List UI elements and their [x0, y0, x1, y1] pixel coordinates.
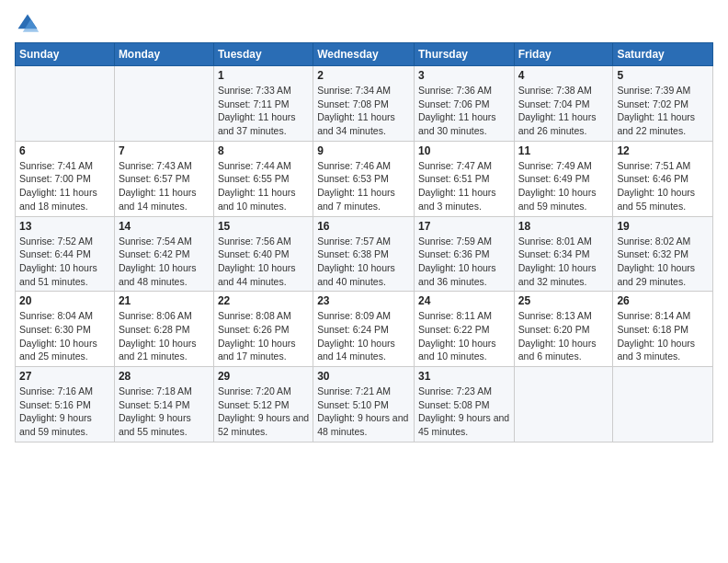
calendar-table: Sunday Monday Tuesday Wednesday Thursday… — [15, 42, 713, 442]
sunrise-text: Sunrise: 7:33 AM — [218, 85, 291, 96]
sunrise-text: Sunrise: 8:13 AM — [518, 310, 592, 321]
sunset-text: Sunset: 7:00 PM — [19, 173, 91, 184]
day-info: Sunrise: 8:09 AMSunset: 6:24 PMDaylight:… — [317, 309, 410, 363]
sunrise-text: Sunrise: 8:06 AM — [119, 310, 192, 321]
sunrise-text: Sunrise: 7:18 AM — [119, 385, 192, 396]
day-info: Sunrise: 8:06 AMSunset: 6:28 PMDaylight:… — [119, 309, 210, 363]
table-row: 4Sunrise: 7:38 AMSunset: 7:04 PMDaylight… — [514, 66, 613, 142]
day-number: 24 — [418, 294, 510, 307]
table-row: 11Sunrise: 7:49 AMSunset: 6:49 PMDayligh… — [514, 141, 613, 216]
sunset-text: Sunset: 6:55 PM — [218, 173, 290, 184]
sunrise-text: Sunrise: 7:43 AM — [119, 160, 192, 171]
day-number: 9 — [317, 144, 410, 157]
table-row: 18Sunrise: 8:01 AMSunset: 6:34 PMDayligh… — [514, 216, 613, 292]
sunrise-text: Sunrise: 8:09 AM — [317, 310, 391, 321]
sunset-text: Sunset: 6:38 PM — [317, 248, 389, 259]
sunset-text: Sunset: 6:22 PM — [418, 324, 490, 335]
sunrise-text: Sunrise: 8:11 AM — [418, 310, 492, 321]
sunrise-text: Sunrise: 7:59 AM — [418, 236, 492, 247]
day-info: Sunrise: 7:18 AMSunset: 5:14 PMDaylight:… — [119, 385, 210, 439]
sunrise-text: Sunrise: 7:51 AM — [617, 160, 690, 171]
daylight-text: Daylight: 9 hours and 45 minutes. — [418, 412, 509, 437]
sunrise-text: Sunrise: 7:20 AM — [218, 385, 291, 396]
sunset-text: Sunset: 7:08 PM — [317, 98, 389, 109]
day-number: 7 — [119, 144, 210, 157]
table-row: 25Sunrise: 8:13 AMSunset: 6:20 PMDayligh… — [514, 292, 613, 367]
table-row: 12Sunrise: 7:51 AMSunset: 6:46 PMDayligh… — [613, 141, 713, 216]
daylight-text: Daylight: 11 hours and 34 minutes. — [317, 111, 395, 136]
calendar-week-row: 20Sunrise: 8:04 AMSunset: 6:30 PMDayligh… — [16, 292, 713, 367]
sunrise-text: Sunrise: 7:36 AM — [418, 85, 492, 96]
sunrise-text: Sunrise: 8:14 AM — [617, 310, 690, 321]
day-number: 12 — [617, 144, 709, 157]
daylight-text: Daylight: 11 hours and 10 minutes. — [218, 187, 296, 212]
sunset-text: Sunset: 7:06 PM — [418, 98, 490, 109]
daylight-text: Daylight: 9 hours and 52 minutes. — [218, 412, 309, 437]
page: Sunday Monday Tuesday Wednesday Thursday… — [0, 0, 728, 563]
day-info: Sunrise: 7:33 AMSunset: 7:11 PMDaylight:… — [218, 84, 309, 138]
table-row: 31Sunrise: 7:23 AMSunset: 5:08 PMDayligh… — [414, 367, 514, 442]
day-number: 26 — [617, 294, 709, 307]
sunrise-text: Sunrise: 7:16 AM — [19, 385, 93, 396]
day-number: 5 — [617, 69, 709, 82]
table-row: 10Sunrise: 7:47 AMSunset: 6:51 PMDayligh… — [414, 141, 514, 216]
day-number: 29 — [218, 370, 309, 383]
daylight-text: Daylight: 11 hours and 3 minutes. — [418, 187, 496, 212]
sunrise-text: Sunrise: 8:01 AM — [518, 236, 592, 247]
day-number: 8 — [218, 144, 309, 157]
sunrise-text: Sunrise: 7:41 AM — [19, 160, 93, 171]
daylight-text: Daylight: 10 hours and 32 minutes. — [518, 262, 597, 287]
day-number: 16 — [317, 220, 410, 233]
table-row: 20Sunrise: 8:04 AMSunset: 6:30 PMDayligh… — [16, 292, 115, 367]
day-info: Sunrise: 7:56 AMSunset: 6:40 PMDaylight:… — [218, 235, 309, 289]
sunrise-text: Sunrise: 7:46 AM — [317, 160, 391, 171]
day-number: 2 — [317, 69, 410, 82]
logo-icon — [15, 11, 40, 37]
sunset-text: Sunset: 6:46 PM — [617, 173, 688, 184]
day-info: Sunrise: 7:39 AMSunset: 7:02 PMDaylight:… — [617, 84, 709, 138]
sunset-text: Sunset: 5:14 PM — [119, 399, 190, 410]
col-saturday: Saturday — [613, 43, 713, 66]
day-info: Sunrise: 8:04 AMSunset: 6:30 PMDaylight:… — [19, 309, 110, 363]
day-number: 6 — [19, 144, 110, 157]
daylight-text: Daylight: 11 hours and 7 minutes. — [317, 187, 395, 212]
daylight-text: Daylight: 10 hours and 29 minutes. — [617, 262, 695, 287]
daylight-text: Daylight: 10 hours and 55 minutes. — [617, 187, 695, 212]
sunset-text: Sunset: 6:30 PM — [19, 324, 91, 335]
table-row: 5Sunrise: 7:39 AMSunset: 7:02 PMDaylight… — [613, 66, 713, 142]
day-number: 30 — [317, 370, 410, 383]
day-number: 23 — [317, 294, 410, 307]
table-row — [114, 66, 213, 142]
sunset-text: Sunset: 6:36 PM — [418, 248, 490, 259]
day-info: Sunrise: 7:38 AMSunset: 7:04 PMDaylight:… — [518, 84, 609, 138]
day-info: Sunrise: 8:11 AMSunset: 6:22 PMDaylight:… — [418, 309, 510, 363]
daylight-text: Daylight: 11 hours and 18 minutes. — [19, 187, 97, 212]
sunset-text: Sunset: 5:10 PM — [317, 399, 389, 410]
sunrise-text: Sunrise: 7:49 AM — [518, 160, 592, 171]
daylight-text: Daylight: 11 hours and 26 minutes. — [518, 111, 597, 136]
sunrise-text: Sunrise: 7:44 AM — [218, 160, 291, 171]
daylight-text: Daylight: 11 hours and 30 minutes. — [418, 111, 496, 136]
day-number: 19 — [617, 220, 709, 233]
sunset-text: Sunset: 7:11 PM — [218, 98, 290, 109]
sunrise-text: Sunrise: 7:52 AM — [19, 236, 93, 247]
table-row: 15Sunrise: 7:56 AMSunset: 6:40 PMDayligh… — [213, 216, 313, 292]
day-number: 1 — [218, 69, 309, 82]
table-row: 8Sunrise: 7:44 AMSunset: 6:55 PMDaylight… — [213, 141, 313, 216]
table-row: 19Sunrise: 8:02 AMSunset: 6:32 PMDayligh… — [613, 216, 713, 292]
sunset-text: Sunset: 7:04 PM — [518, 98, 590, 109]
daylight-text: Daylight: 10 hours and 25 minutes. — [19, 338, 97, 362]
col-thursday: Thursday — [414, 43, 514, 66]
day-info: Sunrise: 7:46 AMSunset: 6:53 PMDaylight:… — [317, 159, 410, 213]
sunrise-text: Sunrise: 8:02 AM — [617, 236, 690, 247]
table-row: 24Sunrise: 8:11 AMSunset: 6:22 PMDayligh… — [414, 292, 514, 367]
table-row: 21Sunrise: 8:06 AMSunset: 6:28 PMDayligh… — [114, 292, 213, 367]
day-info: Sunrise: 7:47 AMSunset: 6:51 PMDaylight:… — [418, 159, 510, 213]
day-info: Sunrise: 7:43 AMSunset: 6:57 PMDaylight:… — [119, 159, 210, 213]
day-info: Sunrise: 7:44 AMSunset: 6:55 PMDaylight:… — [218, 159, 309, 213]
table-row: 9Sunrise: 7:46 AMSunset: 6:53 PMDaylight… — [313, 141, 415, 216]
col-monday: Monday — [114, 43, 213, 66]
day-number: 4 — [518, 69, 609, 82]
day-info: Sunrise: 7:23 AMSunset: 5:08 PMDaylight:… — [418, 385, 510, 439]
table-row — [514, 367, 613, 442]
